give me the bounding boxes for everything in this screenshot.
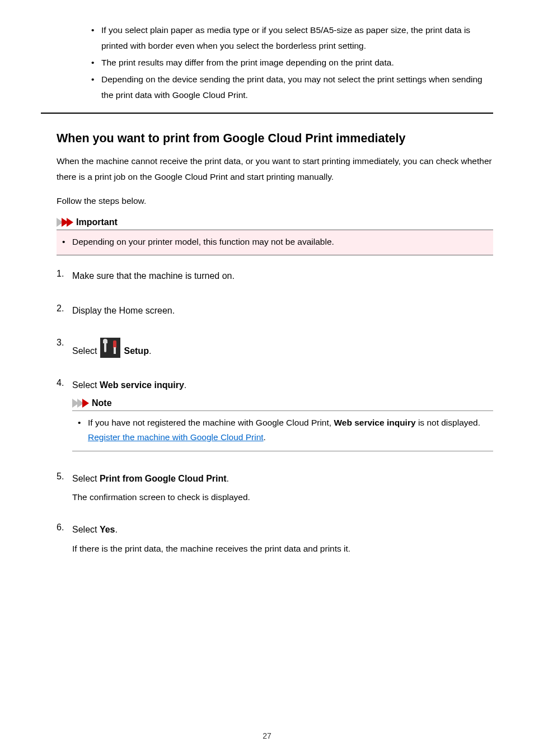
note-bold: Web service inquiry	[334, 418, 415, 427]
list-item: •The print results may differ from the p…	[91, 55, 493, 71]
step-prefix: Select	[72, 474, 100, 483]
important-title: Important	[76, 217, 118, 227]
step-6: Select Yes. If there is the print data, …	[57, 522, 493, 554]
chevron-icon	[57, 218, 72, 227]
important-header: Important	[57, 217, 493, 230]
bullet-text: If you select plain paper as media type …	[101, 22, 493, 54]
step-bold: Web service inquiry	[100, 380, 184, 390]
list-item: • If you have not registered the machine…	[78, 416, 488, 445]
step-text: Make sure that the machine is turned on.	[72, 269, 493, 283]
step-prefix: Select	[72, 380, 100, 390]
page-number: 27	[0, 731, 534, 740]
link-suffix: .	[264, 432, 266, 442]
chevron-icon	[72, 399, 87, 408]
note-title: Note	[92, 398, 112, 408]
list-item: •Depending on your printer model, this f…	[62, 235, 488, 249]
setup-icon	[100, 338, 120, 358]
step-suffix: .	[149, 346, 151, 356]
steps-list: Make sure that the machine is turned on.…	[57, 269, 493, 554]
step-prefix: Select	[72, 344, 97, 358]
step-4: Select Web service inquiry. Note • If yo…	[57, 378, 493, 451]
step-sub: If there is the print data, the machine …	[72, 544, 493, 554]
step-text: Select Print from Google Cloud Print.	[72, 472, 493, 486]
document-page: •If you select plain paper as media type…	[0, 0, 534, 756]
step-text: Select Yes.	[72, 522, 493, 537]
step-bold: Setup	[124, 346, 148, 356]
section-heading: When you want to print from Google Cloud…	[57, 132, 493, 146]
register-link[interactable]: Register the machine with Google Cloud P…	[88, 432, 264, 442]
step-prefix: Select	[72, 525, 100, 534]
step-text: Display the Home screen.	[72, 304, 493, 318]
intro-paragraph: Follow the steps below.	[57, 193, 493, 208]
step-bold: Print from Google Cloud Print	[100, 474, 227, 483]
step-3: Select Setup.	[57, 338, 493, 358]
important-text: Depending on your printer model, this fu…	[72, 235, 334, 249]
note-body: • If you have not registered the machine…	[72, 411, 493, 451]
list-item: •Depending on the device sending the pri…	[91, 72, 493, 103]
note-callout: Note • If you have not registered the ma…	[72, 398, 493, 451]
important-body: •Depending on your printer model, this f…	[57, 230, 493, 255]
step-suffix: .	[227, 474, 229, 483]
step-suffix: .	[115, 525, 118, 534]
section-divider	[41, 113, 493, 114]
step-5: Select Print from Google Cloud Print. Th…	[57, 472, 493, 503]
step-1: Make sure that the machine is turned on.	[57, 269, 493, 283]
note-header: Note	[72, 398, 493, 411]
step-bold: Yes	[100, 525, 115, 534]
bullet-text: The print results may differ from the pr…	[101, 55, 394, 71]
bullet-text: Depending on the device sending the prin…	[101, 72, 493, 103]
note-text: If you have not registered the machine w…	[88, 418, 334, 427]
note-text: is not displayed.	[416, 418, 480, 427]
step-sub: The confirmation screen to check is disp…	[72, 492, 493, 502]
important-callout: Important •Depending on your printer mod…	[57, 217, 493, 255]
top-note-bullets: •If you select plain paper as media type…	[91, 22, 493, 102]
step-text: Select Setup.	[72, 338, 493, 358]
list-item: •If you select plain paper as media type…	[91, 22, 493, 54]
step-text: Select Web service inquiry.	[72, 378, 493, 393]
step-suffix: .	[184, 380, 186, 390]
intro-paragraph: When the machine cannot receive the prin…	[57, 153, 493, 184]
step-2: Display the Home screen.	[57, 304, 493, 318]
